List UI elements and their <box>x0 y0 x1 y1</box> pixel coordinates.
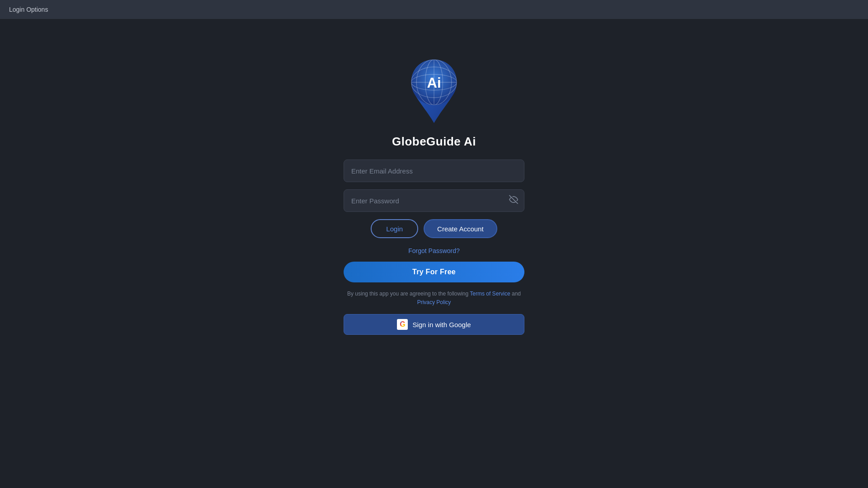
google-logo-icon: G <box>397 319 408 330</box>
login-button[interactable]: Login <box>371 219 418 238</box>
terms-text: By using this app you are agreeing to th… <box>344 290 524 307</box>
privacy-link[interactable]: Privacy Policy <box>417 299 451 305</box>
toggle-password-icon[interactable] <box>509 195 518 206</box>
google-button-label: Sign in with Google <box>412 321 471 328</box>
logo-container: Ai GlobeGuide Ai <box>392 55 476 149</box>
try-free-button[interactable]: Try For Free <box>344 262 524 282</box>
topbar: Login Options <box>0 0 868 19</box>
svg-text:Ai: Ai <box>427 75 441 91</box>
forgot-password-link[interactable]: Forgot Password? <box>408 247 460 254</box>
create-account-button[interactable]: Create Account <box>424 219 497 238</box>
auth-buttons-row: Login Create Account <box>344 219 524 238</box>
login-form: Login Create Account Forgot Password? Tr… <box>344 160 524 335</box>
topbar-title: Login Options <box>9 6 48 13</box>
google-signin-button[interactable]: G Sign in with Google <box>344 314 524 335</box>
password-input[interactable] <box>344 189 524 212</box>
email-input[interactable] <box>344 160 524 182</box>
app-title: GlobeGuide Ai <box>392 135 476 149</box>
main-content: Ai GlobeGuide Ai Login Create Account <box>0 19 868 488</box>
app-logo: Ai <box>402 55 466 127</box>
password-wrapper <box>344 189 524 212</box>
terms-link[interactable]: Terms of Service <box>470 291 510 297</box>
